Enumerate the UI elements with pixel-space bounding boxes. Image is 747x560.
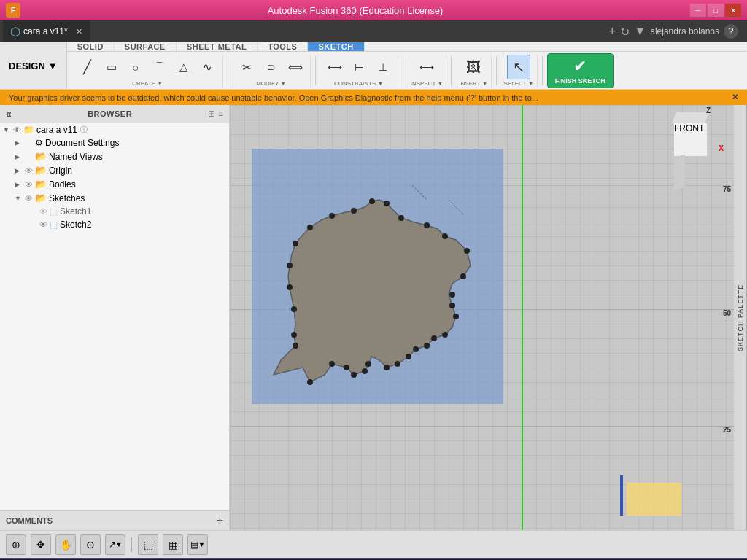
warning-close-icon[interactable]: ✕	[732, 93, 738, 102]
circle-tool[interactable]: ○	[124, 55, 147, 79]
comments-label: COMMENTS	[6, 516, 53, 525]
help-button[interactable]: ?	[724, 24, 738, 39]
grid-button[interactable]: ▦	[163, 534, 183, 555]
finish-sketch-button[interactable]: ✔ FINISH SKETCH	[547, 53, 614, 88]
browser-header-controls: ⊞ ≡	[208, 109, 223, 119]
svg-point-20	[307, 225, 313, 230]
svg-point-7	[424, 343, 430, 349]
measure-icon: ⟷	[419, 61, 434, 73]
svg-point-19	[329, 213, 335, 219]
ruler-line-25	[230, 426, 747, 427]
zoom-button[interactable]: ⊙	[80, 534, 101, 555]
tab-sketch[interactable]: SKETCH	[308, 42, 364, 51]
axis-line	[522, 105, 523, 530]
tree-sketch1[interactable]: 👁 ⬚ Sketch1	[0, 205, 229, 218]
app-icon: F	[6, 3, 20, 18]
triangle-tool[interactable]: △	[172, 55, 196, 79]
constraint-icon: ⊢	[355, 61, 363, 73]
bodies-expand-icon[interactable]: ▶	[15, 181, 25, 188]
insert-image-tool[interactable]: 🖼	[462, 55, 485, 79]
mirror-tool[interactable]: ⟺	[284, 55, 307, 79]
origin-eye-icon[interactable]: 👁	[25, 166, 33, 175]
close-button[interactable]: ✕	[725, 4, 741, 17]
sketches-expand-icon[interactable]: ▼	[15, 195, 25, 202]
browser-split-button[interactable]: ⊞	[208, 109, 215, 119]
finish-check-icon: ✔	[573, 57, 587, 76]
constraint-tool[interactable]: ⊢	[347, 55, 371, 79]
browser-panel: « BROWSER ⊞ ≡ ▼ 👁 📁 cara a v11 ⓘ ▶ 👁 ⚙	[0, 105, 230, 530]
named-views-folder-icon: 📂	[35, 151, 47, 162]
sketch-drawing	[252, 149, 503, 404]
line-tool[interactable]: ╱	[76, 55, 99, 79]
comments-add-button[interactable]: +	[217, 514, 223, 527]
tab-solid[interactable]: SOLID	[67, 42, 115, 51]
sketch2-eye-icon[interactable]: 👁	[39, 220, 47, 229]
window-select-button[interactable]: ↗▼	[105, 534, 125, 555]
browser-collapse-icon[interactable]: «	[6, 108, 12, 120]
history-button[interactable]: ▼	[634, 25, 646, 38]
tree-document-settings[interactable]: ▶ 👁 ⚙ Document Settings	[0, 136, 229, 149]
select-tool[interactable]: ↖	[507, 55, 530, 79]
bodies-eye-icon[interactable]: 👁	[25, 180, 33, 189]
snap-button[interactable]: ▤▼	[187, 534, 208, 555]
orientation-cube[interactable]: FRONT Z X	[674, 112, 718, 156]
create-tool-group: ╱ ▭ ○ ⌒ △ ∿	[73, 55, 223, 87]
design-button[interactable]: DESIGN ▼	[0, 42, 67, 89]
minimize-button[interactable]: ─	[690, 4, 706, 17]
tree-bodies[interactable]: ▶ 👁 📂 Bodies	[0, 177, 229, 191]
display-mode-button[interactable]: ⬚	[138, 534, 158, 555]
document-tab[interactable]: ⬡ cara a v11* ✕	[3, 20, 90, 42]
create-label: CREATE ▼	[132, 80, 163, 87]
svg-point-11	[460, 273, 466, 279]
refresh-button[interactable]: ↻	[620, 25, 630, 39]
move-button[interactable]: ✥	[31, 534, 51, 555]
root-info-icon[interactable]: ⓘ	[80, 125, 88, 135]
pan-button[interactable]: ✋	[55, 534, 76, 555]
tree-sketches[interactable]: ▼ 👁 📂 Sketches	[0, 191, 229, 205]
restore-button[interactable]: □	[708, 4, 724, 17]
sep4	[451, 56, 452, 85]
doc-expand-icon[interactable]: ▶	[15, 139, 25, 147]
offset-tool[interactable]: ⊃	[260, 55, 283, 79]
coincident-tool[interactable]: ⊥	[371, 55, 395, 79]
finish-sketch-label: FINISH SKETCH	[555, 77, 605, 85]
arc-tool[interactable]: ⌒	[148, 55, 171, 79]
measure-tool[interactable]: ⟷	[415, 55, 438, 79]
tab-surface[interactable]: SURFACE	[115, 42, 177, 51]
tab-sheet-metal[interactable]: SHEET METAL	[177, 42, 258, 51]
sep3	[403, 56, 403, 85]
sketch1-icon: ⬚	[50, 206, 58, 217]
dimension-tool[interactable]: ⟷	[323, 55, 347, 79]
svg-point-9	[453, 314, 459, 319]
sketch2-label: Sketch2	[60, 219, 91, 230]
trim-tool[interactable]: ✂	[236, 55, 259, 79]
sketches-eye-icon[interactable]: 👁	[25, 194, 33, 203]
named-views-expand-icon[interactable]: ▶	[15, 153, 25, 160]
tree-origin[interactable]: ▶ 👁 📂 Origin	[0, 163, 229, 177]
tree-root[interactable]: ▼ 👁 📁 cara a v11 ⓘ	[0, 123, 229, 136]
sep5	[496, 56, 497, 85]
create-tools-row: ╱ ▭ ○ ⌒ △ ∿	[76, 55, 220, 79]
add-tab-button[interactable]: +	[608, 24, 616, 39]
tree-sketch2[interactable]: 👁 ⬚ Sketch2	[0, 218, 229, 231]
navigate-button[interactable]: ⊕	[6, 534, 26, 555]
browser-menu-button[interactable]: ≡	[218, 109, 223, 119]
root-eye-icon[interactable]: 👁	[13, 125, 21, 134]
svg-point-14	[424, 222, 430, 228]
svg-point-1	[307, 379, 313, 385]
origin-expand-icon[interactable]: ▶	[15, 167, 25, 174]
spline-tool[interactable]: ∿	[196, 55, 220, 79]
rectangle-tool[interactable]: ▭	[100, 55, 123, 79]
tab-tools[interactable]: TOOLS	[258, 42, 308, 51]
cube-top-face	[672, 112, 708, 123]
cube-front-face: FRONT	[674, 123, 707, 156]
sketch-palette-panel[interactable]: SKETCH PALETTE	[734, 105, 747, 530]
inspect-tool-group: ⟷ INSPECT ▼	[408, 55, 447, 87]
root-expand-icon[interactable]: ▼	[3, 126, 13, 133]
user-name: alejandra bolaños	[650, 26, 719, 36]
insert-tools-row: 🖼	[462, 55, 485, 79]
sketch2-icon: ⬚	[50, 219, 58, 230]
tab-close-icon[interactable]: ✕	[76, 27, 82, 36]
sketch1-eye-icon[interactable]: 👁	[39, 207, 47, 216]
tree-named-views[interactable]: ▶ 👁 📂 Named Views	[0, 149, 229, 163]
